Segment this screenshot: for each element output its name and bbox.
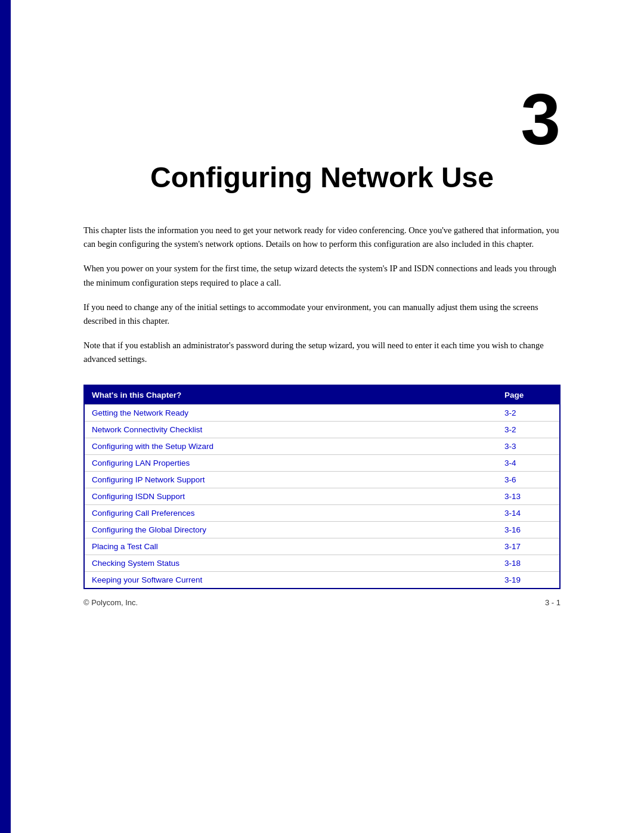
row-page: 3-2 bbox=[504, 425, 552, 434]
table-row[interactable]: Configuring Call Preferences 3-14 bbox=[85, 504, 559, 521]
row-topic: Placing a Test Call bbox=[92, 542, 504, 551]
footer-copyright: © Polycom, Inc. bbox=[83, 598, 138, 607]
row-topic: Checking System Status bbox=[92, 559, 504, 568]
table-header-topic: What's in this Chapter? bbox=[92, 391, 504, 400]
row-topic: Configuring the Global Directory bbox=[92, 525, 504, 534]
row-page: 3-14 bbox=[504, 509, 552, 518]
table-row[interactable]: Configuring IP Network Support 3-6 bbox=[85, 471, 559, 488]
row-topic: Configuring with the Setup Wizard bbox=[92, 442, 504, 451]
table-row[interactable]: Getting the Network Ready 3-2 bbox=[85, 404, 559, 421]
row-page: 3-19 bbox=[504, 575, 552, 584]
row-topic: Configuring ISDN Support bbox=[92, 492, 504, 501]
table-row[interactable]: Configuring LAN Properties 3-4 bbox=[85, 454, 559, 471]
page: 3 Configuring Network Use This chapter l… bbox=[0, 0, 644, 833]
table-header-row: What's in this Chapter? Page bbox=[85, 386, 559, 404]
row-page: 3-13 bbox=[504, 492, 552, 501]
chapter-title: Configuring Network Use bbox=[83, 161, 561, 194]
row-page: 3-18 bbox=[504, 559, 552, 568]
footer-page-number: 3 - 1 bbox=[545, 598, 561, 607]
row-topic: Configuring LAN Properties bbox=[92, 459, 504, 467]
table-header-page: Page bbox=[504, 391, 552, 400]
row-page: 3-17 bbox=[504, 542, 552, 551]
row-page: 3-16 bbox=[504, 525, 552, 534]
page-footer: © Polycom, Inc. 3 - 1 bbox=[83, 598, 561, 607]
intro-paragraph-3: If you need to change any of the initial… bbox=[83, 301, 561, 328]
row-topic: Keeping your Software Current bbox=[92, 575, 504, 584]
row-page: 3-4 bbox=[504, 459, 552, 467]
row-topic: Configuring Call Preferences bbox=[92, 509, 504, 518]
contents-table: What's in this Chapter? Page Getting the… bbox=[83, 385, 561, 589]
table-row[interactable]: Keeping your Software Current 3-19 bbox=[85, 571, 559, 588]
table-row[interactable]: Configuring with the Setup Wizard 3-3 bbox=[85, 438, 559, 454]
table-row[interactable]: Configuring ISDN Support 3-13 bbox=[85, 488, 559, 504]
table-row[interactable]: Configuring the Global Directory 3-16 bbox=[85, 521, 559, 538]
table-row[interactable]: Placing a Test Call 3-17 bbox=[85, 538, 559, 555]
page-content: 3 Configuring Network Use This chapter l… bbox=[0, 0, 644, 637]
row-topic: Configuring IP Network Support bbox=[92, 475, 504, 484]
table-row[interactable]: Checking System Status 3-18 bbox=[85, 555, 559, 571]
table-row[interactable]: Network Connectivity Checklist 3-2 bbox=[85, 421, 559, 438]
row-topic: Getting the Network Ready bbox=[92, 408, 504, 417]
row-page: 3-6 bbox=[504, 475, 552, 484]
chapter-number: 3 bbox=[83, 83, 561, 155]
intro-paragraph-1: This chapter lists the information you n… bbox=[83, 224, 561, 251]
row-page: 3-2 bbox=[504, 408, 552, 417]
intro-paragraph-4: Note that if you establish an administra… bbox=[83, 339, 561, 366]
intro-paragraph-2: When you power on your system for the fi… bbox=[83, 262, 561, 289]
row-topic: Network Connectivity Checklist bbox=[92, 425, 504, 434]
row-page: 3-3 bbox=[504, 442, 552, 451]
